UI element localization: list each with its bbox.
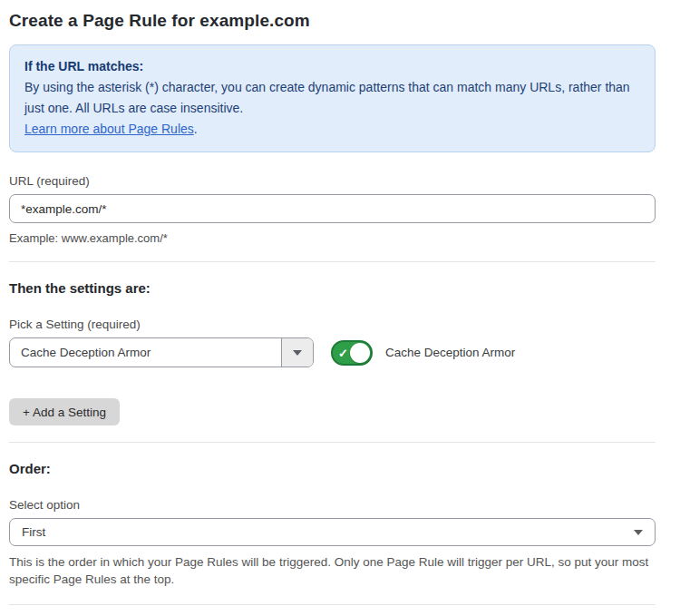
order-help-text: This is the order in which your Page Rul… — [9, 553, 656, 588]
add-setting-wrap: + Add a Setting — [9, 398, 656, 425]
info-box-heading: If the URL matches: — [24, 56, 640, 77]
divider — [9, 604, 656, 605]
setting-row: Cache Deception Armor ✓ Cache Deception … — [9, 337, 656, 367]
divider — [9, 261, 656, 262]
check-icon: ✓ — [338, 347, 348, 358]
add-setting-button[interactable]: + Add a Setting — [9, 398, 120, 425]
order-section-heading: Order: — [9, 461, 656, 476]
page-title: Create a Page Rule for example.com — [9, 11, 656, 31]
url-match-info-box: If the URL matches: By using the asteris… — [9, 44, 656, 152]
divider — [9, 442, 656, 443]
info-box-body: By using the asterisk (*) character, you… — [24, 77, 640, 119]
url-example-text: Example: www.example.com/* — [9, 231, 656, 245]
link-suffix: . — [194, 122, 198, 136]
caret-down-icon — [634, 530, 643, 535]
setting-toggle[interactable]: ✓ — [331, 340, 373, 366]
url-input[interactable] — [9, 194, 656, 223]
setting-select[interactable]: Cache Deception Armor — [9, 337, 314, 367]
setting-select-caret-button[interactable] — [281, 338, 313, 367]
order-select[interactable]: First — [9, 518, 656, 546]
toggle-knob — [350, 343, 370, 363]
order-select-value: First — [22, 525, 634, 539]
setting-select-value: Cache Deception Armor — [10, 338, 281, 367]
setting-picker-label: Pick a Setting (required) — [9, 318, 656, 331]
url-field-label: URL (required) — [9, 174, 656, 188]
info-box-link-line: Learn more about Page Rules. — [24, 119, 640, 140]
page-rule-form: Create a Page Rule for example.com If th… — [0, 0, 680, 616]
caret-down-icon — [293, 350, 302, 356]
learn-more-link[interactable]: Learn more about Page Rules — [24, 122, 194, 136]
setting-toggle-label: Cache Deception Armor — [385, 346, 515, 359]
settings-section-heading: Then the settings are: — [9, 280, 656, 296]
order-select-label: Select option — [9, 498, 656, 512]
